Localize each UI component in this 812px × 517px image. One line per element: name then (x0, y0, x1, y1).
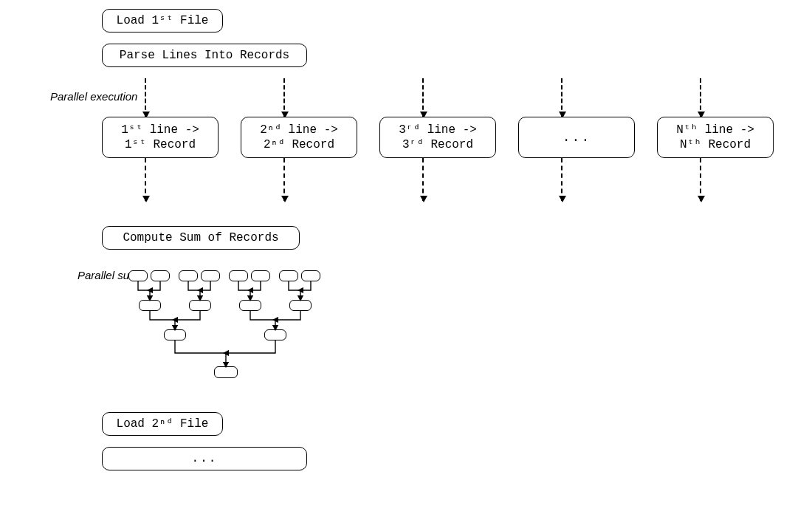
lane-arrow-top-4 (561, 78, 562, 117)
lane-box-2: 2ⁿᵈ line -> 2ⁿᵈ Record (241, 117, 357, 158)
lane2-row2: 2ⁿᵈ Record (264, 137, 334, 152)
lane-box-3: 3ʳᵈ line -> 3ʳᵈ Record (379, 117, 496, 158)
lane-arrow-top-1 (145, 78, 146, 117)
lane-arrow-top-5 (700, 78, 701, 117)
lane-arrow-top-2 (283, 78, 285, 117)
lane-arrow-bottom-5 (700, 158, 701, 201)
lane5-row2: Nᵗʰ Record (680, 137, 751, 152)
step-compute-sum: Compute Sum of Records (102, 226, 300, 250)
lane-box-1: 1ˢᵗ line -> 1ˢᵗ Record (102, 117, 219, 158)
lane-box-5: Nᵗʰ line -> Nᵗʰ Record (657, 117, 774, 158)
tree-connectors (124, 266, 338, 399)
lane-box-4-ellipsis: ... (518, 117, 635, 158)
parallel-sum-tree (124, 266, 338, 399)
step-load-first-file: Load 1ˢᵗ File (102, 9, 223, 32)
diagram-canvas: Load 1ˢᵗ File Parse Lines Into Records P… (0, 0, 812, 517)
lane5-row1: Nᵗʰ line -> (676, 123, 754, 137)
step-load-second-file: Load 2ⁿᵈ File (102, 412, 223, 436)
lane1-row2: 1ˢᵗ Record (125, 137, 196, 152)
lane-arrow-bottom-4 (561, 158, 562, 201)
step-parse-lines: Parse Lines Into Records (102, 44, 307, 67)
step-ellipsis: ... (102, 447, 307, 470)
lane-arrow-bottom-1 (145, 158, 146, 201)
lane-arrow-bottom-2 (283, 158, 285, 201)
lane-arrow-bottom-3 (422, 158, 424, 201)
lane2-row1: 2ⁿᵈ line -> (260, 123, 338, 137)
lane3-row2: 3ʳᵈ Record (402, 137, 473, 152)
lane1-row1: 1ˢᵗ line -> (121, 123, 199, 137)
lane-arrow-top-3 (422, 78, 424, 117)
lane3-row1: 3ʳᵈ line -> (399, 123, 477, 137)
caption-parallel-execution: Parallel execution (50, 90, 137, 103)
